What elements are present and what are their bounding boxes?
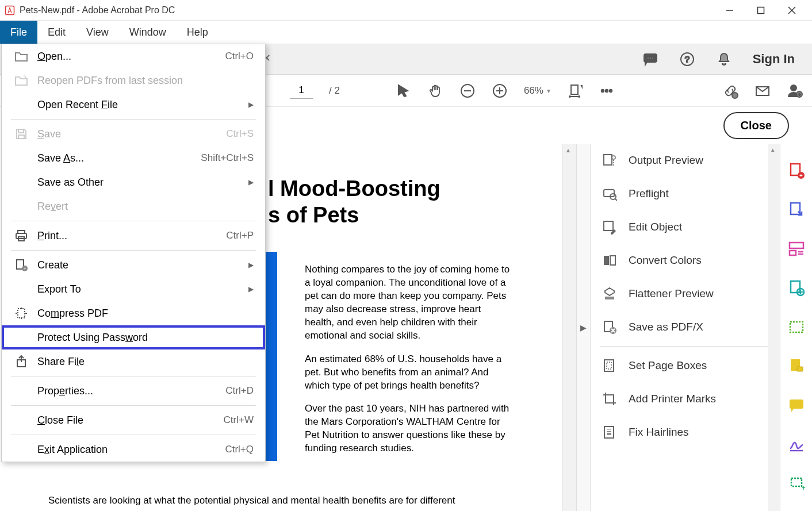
svg-rect-29 <box>604 190 614 197</box>
file-save-other[interactable]: Save as Other ▶ <box>2 170 265 194</box>
panel-expand-handle[interactable]: ▶ <box>576 144 590 511</box>
rp-flattener-preview[interactable]: Flattener Preview <box>591 277 780 310</box>
doc-scrollbar[interactable] <box>562 144 576 511</box>
protect-icon[interactable] <box>788 318 805 336</box>
file-share[interactable]: Share File <box>2 349 265 374</box>
doc-paragraph: Over the past 10 years, NIH has partnere… <box>305 402 512 455</box>
svg-point-21 <box>732 93 738 98</box>
file-open[interactable]: Open... Ctrl+O <box>2 44 265 68</box>
svg-rect-35 <box>605 297 614 299</box>
zoom-out-icon[interactable] <box>459 83 476 99</box>
rp-save-pdfx[interactable]: Save as PDF/X <box>591 310 780 344</box>
svg-text:+: + <box>24 266 26 271</box>
svg-rect-64 <box>791 478 802 486</box>
file-menu-dropdown: Open... Ctrl+O Reopen PDFs from last ses… <box>1 44 266 462</box>
sign-icon[interactable] <box>788 436 805 453</box>
menu-view[interactable]: View <box>76 21 119 44</box>
create-pdf-icon[interactable]: + <box>788 162 805 179</box>
doc-paragraph: An estimated 68% of U.S. households have… <box>305 353 512 393</box>
file-export[interactable]: Export To ▶ <box>2 277 265 301</box>
file-save-as[interactable]: Save As... Shift+Ctrl+S <box>2 146 265 170</box>
zoom-in-icon[interactable] <box>492 83 508 99</box>
export-pdf-icon[interactable] <box>788 201 805 218</box>
svg-rect-2 <box>758 7 764 13</box>
file-print[interactable]: Print... Ctrl+P <box>2 224 265 248</box>
close-tool-button[interactable]: Close <box>723 112 789 139</box>
organize-pages-icon[interactable] <box>788 240 805 258</box>
svg-point-18 <box>602 89 604 91</box>
svg-text:+: + <box>802 484 805 492</box>
svg-rect-62 <box>790 399 803 409</box>
menu-edit[interactable]: Edit <box>37 21 76 44</box>
page-number-input[interactable] <box>290 83 313 99</box>
rp-set-page-boxes[interactable]: Set Page Boxes <box>591 349 780 382</box>
rp-preflight[interactable]: Preflight <box>591 177 780 210</box>
rp-add-printer-marks[interactable]: Add Printer Marks <box>591 382 780 416</box>
rp-fix-hairlines[interactable]: Fix Hairlines <box>591 416 780 449</box>
page-total-label: / 2 <box>329 85 340 97</box>
email-icon[interactable] <box>754 83 771 99</box>
more-tools-icon[interactable] <box>599 83 615 99</box>
svg-text:?: ? <box>685 54 690 64</box>
right-panel-scrollbar[interactable] <box>768 144 780 511</box>
add-person-icon[interactable]: + <box>787 83 803 99</box>
selection-cursor-icon[interactable] <box>395 83 411 99</box>
svg-rect-40 <box>606 395 614 403</box>
rp-edit-object[interactable]: Edit Object <box>591 210 780 244</box>
zoom-dropdown[interactable]: 66%▾ <box>524 85 550 97</box>
notifications-bell-icon[interactable] <box>716 51 732 67</box>
svg-line-31 <box>615 199 617 201</box>
file-protect-password[interactable]: Protect Using Password <box>2 325 265 349</box>
right-tools-panel: Output Preview Preflight Edit Object Con… <box>590 144 780 511</box>
svg-rect-39 <box>607 362 611 369</box>
sign-in-link[interactable]: Sign In <box>753 52 795 67</box>
svg-rect-59 <box>790 322 803 332</box>
acrobat-app-icon <box>5 5 15 16</box>
svg-point-7 <box>649 57 651 59</box>
svg-point-6 <box>647 57 649 59</box>
menu-bar: File Edit View Window Help <box>0 21 812 44</box>
svg-rect-45 <box>604 427 614 438</box>
more-tools-strip-icon[interactable]: + <box>788 475 805 492</box>
svg-rect-38 <box>604 360 614 371</box>
file-close-file[interactable]: Close File Ctrl+W <box>2 408 265 432</box>
svg-point-23 <box>791 85 796 91</box>
svg-rect-16 <box>571 85 578 94</box>
rp-convert-colors[interactable]: Convert Colors <box>591 244 780 277</box>
window-title: Pets-New.pdf - Adobe Acrobat Pro DC <box>20 5 725 16</box>
hand-pan-icon[interactable] <box>427 83 443 99</box>
comment-icon[interactable] <box>788 397 805 414</box>
fit-width-icon[interactable]: ▾ <box>566 83 583 99</box>
menu-file[interactable]: File <box>0 21 37 44</box>
close-window-button[interactable] <box>787 5 797 16</box>
svg-rect-54 <box>790 251 796 255</box>
file-create[interactable]: + Create ▶ <box>2 253 265 277</box>
menu-window[interactable]: Window <box>119 21 177 44</box>
svg-rect-32 <box>604 221 613 230</box>
file-save: Save Ctrl+S <box>2 122 265 146</box>
file-compress[interactable]: Compress PDF <box>2 301 265 325</box>
file-reopen: Reopen PDFs from last session <box>2 68 265 93</box>
share-link-icon[interactable] <box>722 83 738 99</box>
svg-rect-33 <box>604 256 609 265</box>
svg-rect-57 <box>791 281 800 293</box>
rp-output-preview[interactable]: Output Preview <box>591 144 780 177</box>
fill-sign-icon[interactable] <box>788 358 805 375</box>
comment-bubble-icon[interactable] <box>642 51 658 67</box>
file-exit[interactable]: Exit Application Ctrl+Q <box>2 437 265 462</box>
svg-text:+: + <box>798 92 801 97</box>
menu-help[interactable]: Help <box>177 21 219 44</box>
file-properties[interactable]: Properties... Ctrl+D <box>2 379 265 403</box>
doc-paragraph: Nothing compares to the joy of coming ho… <box>305 263 512 343</box>
svg-text:+: + <box>799 172 803 179</box>
file-open-recent[interactable]: Open Recent File ▶ <box>2 93 265 117</box>
maximize-button[interactable] <box>756 5 766 16</box>
minimize-button[interactable] <box>725 5 735 16</box>
enhance-scans-icon[interactable] <box>788 279 805 297</box>
svg-rect-34 <box>610 256 615 265</box>
help-icon[interactable]: ? <box>679 51 695 67</box>
svg-rect-72 <box>18 309 25 318</box>
file-revert: Revert <box>2 194 265 218</box>
svg-rect-26 <box>604 155 612 165</box>
svg-point-19 <box>606 89 608 91</box>
